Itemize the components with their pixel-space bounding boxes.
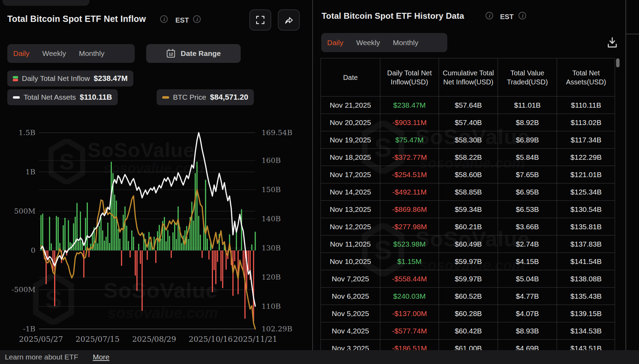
table-cell: $110.11B <box>557 97 615 114</box>
legend-btc-label: BTC Price <box>173 93 206 101</box>
btc-dash-icon <box>162 96 169 99</box>
table-header-row: DateDaily Total Net Inflow(USD)Cumulativ… <box>321 58 615 97</box>
table-header-cell: Daily Total Net Inflow(USD) <box>380 58 439 97</box>
table-cell: $57.64B <box>439 97 498 114</box>
legend-btc[interactable]: BTC Price $84,571.20 <box>157 89 254 105</box>
tab-weekly[interactable]: Weekly <box>356 39 380 47</box>
svg-text:102.29B: 102.29B <box>262 325 292 333</box>
table-cell: $1.15M <box>380 253 439 270</box>
scrollbar-divider <box>626 34 639 34</box>
table-cell: $6.89B <box>498 131 557 149</box>
table-cell: $143.51B <box>557 340 615 350</box>
panel-divider <box>312 0 313 350</box>
info-icon[interactable]: i <box>193 15 201 23</box>
table-cell: $135.43B <box>557 288 615 305</box>
tab-monthly[interactable]: Monthly <box>393 39 418 47</box>
table-header-cell: Total Net Assets(USD) <box>557 58 615 97</box>
share-icon <box>283 15 294 25</box>
table-cell: $117.34B <box>557 131 615 149</box>
footer-bar: Learn more about ETF More <box>0 350 639 364</box>
table-cell: -$137.00M <box>380 305 439 322</box>
footer-more-link[interactable]: More <box>93 353 109 361</box>
table-row: Nov 14,2025-$492.11M$58.85B$6.95B$125.34… <box>321 183 615 201</box>
table-cell: $141.54B <box>557 253 615 270</box>
table-row: Nov 5,2025-$137.00M$60.28B$4.07B$139.15B <box>321 305 615 322</box>
table-cell: -$558.44M <box>380 270 439 288</box>
table-cell: Nov 7,2025 <box>321 270 380 288</box>
svg-text:-1B: -1B <box>23 325 35 333</box>
svg-text:1.5B: 1.5B <box>18 129 35 137</box>
svg-text:12: 12 <box>169 52 173 56</box>
table-scrollbar-thumb[interactable] <box>616 58 620 67</box>
info-icon[interactable]: i <box>160 15 168 23</box>
est-label: EST <box>500 13 514 21</box>
table-cell: $57.40B <box>439 114 498 131</box>
legend-inflow-value: $238.47M <box>94 74 128 83</box>
est-label: EST <box>175 16 189 24</box>
share-button[interactable] <box>278 9 300 31</box>
table-cell: -$186.51M <box>380 340 439 350</box>
table-cell: $59.97B <box>439 253 498 270</box>
table-row: Nov 12,2025-$277.98M$60.21B$3.66B$135.81… <box>321 218 615 235</box>
table-cell: Nov 11,2025 <box>321 235 380 253</box>
table-cell: $7.65B <box>498 166 557 183</box>
svg-text:500M: 500M <box>14 207 35 215</box>
legend-assets-label: Total Net Assets <box>24 93 76 101</box>
legend-assets[interactable]: Total Net Assets $110.11B <box>7 89 118 105</box>
table-cell: $113.02B <box>557 114 615 131</box>
table-cell: Nov 18,2025 <box>321 149 380 166</box>
fullscreen-button[interactable] <box>249 9 271 31</box>
table-cell: $139.15B <box>557 305 615 322</box>
table-cell: Nov 4,2025 <box>321 322 380 340</box>
table-cell: $58.22B <box>439 149 498 166</box>
info-icon[interactable]: i <box>518 12 526 19</box>
top-partial-tab[interactable] <box>3 0 89 6</box>
table-cell: Nov 14,2025 <box>321 183 380 201</box>
svg-text:2025/08/29: 2025/08/29 <box>132 335 176 344</box>
table-row: Nov 18,2025-$372.77M$58.22B$5.84B$122.29… <box>321 149 615 166</box>
tab-daily[interactable]: Daily <box>13 49 30 58</box>
table-cell: $130.54B <box>557 201 615 218</box>
period-tabs: Daily Weekly Monthly <box>7 44 135 63</box>
table-cell: $60.42B <box>439 322 498 340</box>
svg-text:-500M: -500M <box>11 286 35 294</box>
table-cell: $6.95B <box>498 183 557 201</box>
table-row: Nov 10,2025$1.15M$59.97B$4.15B$141.54B <box>321 253 615 270</box>
table-cell: $4.07B <box>498 305 557 322</box>
table-cell: $122.29B <box>557 149 615 166</box>
table-cell: Nov 3,2025 <box>321 340 380 350</box>
svg-text:110B: 110B <box>262 302 281 311</box>
tab-weekly[interactable]: Weekly <box>42 49 66 58</box>
table-cell: $134.53B <box>557 322 615 340</box>
tab-daily[interactable]: Daily <box>327 39 343 47</box>
date-range-button[interactable]: 12 Date Range <box>146 44 241 63</box>
table-cell: $5.04B <box>498 270 557 288</box>
svg-text:130B: 130B <box>262 244 281 252</box>
table-cell: $4.69B <box>498 340 557 350</box>
date-range-label: Date Range <box>181 49 221 58</box>
table-cell: Nov 5,2025 <box>321 305 380 322</box>
inflow-swatch-icon <box>13 76 18 81</box>
tab-monthly[interactable]: Monthly <box>79 49 105 58</box>
table-cell: $3.66B <box>498 218 557 235</box>
svg-text:169.54B: 169.54B <box>262 129 292 137</box>
table-cell: $125.34B <box>557 183 615 201</box>
info-icon[interactable]: i <box>486 12 493 19</box>
table-row: Nov 13,2025-$869.86M$59.34B$6.53B$130.54… <box>321 201 615 218</box>
chart-gridlines <box>39 133 255 329</box>
table-cell: $60.52B <box>439 288 498 305</box>
table-cell: $6.53B <box>498 201 557 218</box>
table-header-cell: Total Value Traded(USD) <box>498 58 557 97</box>
legend-inflow-label: Daily Total Net Inflow <box>22 74 90 83</box>
page-title: Total Bitcoin Spot ETF Net Inflow <box>7 14 146 24</box>
page-scrollbar-track[interactable] <box>625 0 626 364</box>
history-table: DateDaily Total Net Inflow(USD)Cumulativ… <box>321 58 615 350</box>
etf-net-inflow-chart: 1.5B1B500M0-500M-1B169.54B160B150B140B13… <box>0 104 299 347</box>
table-cell: -$372.77M <box>380 149 439 166</box>
table-cell: Nov 17,2025 <box>321 166 380 183</box>
svg-text:2025/10/16: 2025/10/16 <box>189 335 233 344</box>
table-cell: $58.30B <box>439 131 498 149</box>
table-cell: Nov 13,2025 <box>321 201 380 218</box>
download-button[interactable] <box>606 36 619 50</box>
legend-inflow[interactable]: Daily Total Net Inflow $238.47M <box>7 71 133 86</box>
